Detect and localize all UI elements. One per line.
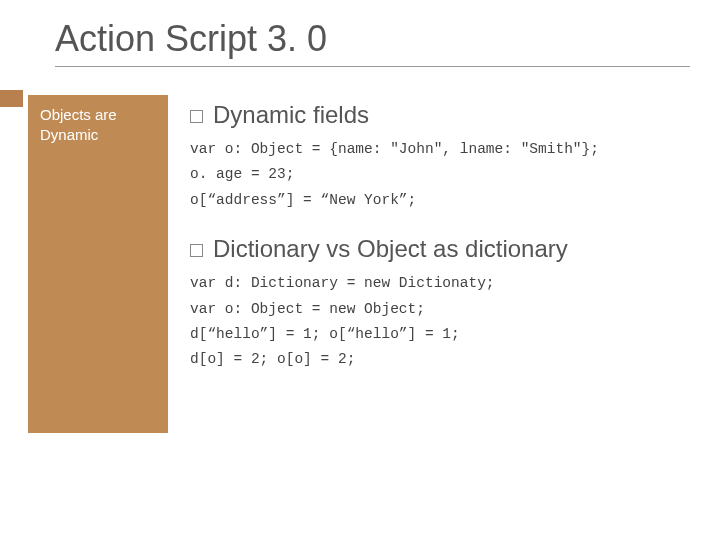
bullet-item: Dynamic fields	[190, 101, 690, 129]
accent-bar	[0, 90, 23, 107]
bullet-heading: Dynamic fields	[213, 101, 369, 129]
sidebar-line: Dynamic	[40, 125, 158, 145]
page-title: Action Script 3. 0	[55, 18, 690, 60]
square-bullet-icon	[190, 244, 203, 257]
content: Dynamic fields var o: Object = {name: "J…	[190, 95, 690, 395]
code-block: var d: Dictionary = new Dictionaty; var …	[190, 271, 690, 373]
body: Objects are Dynamic Dynamic fields var o…	[55, 95, 690, 433]
slide: Action Script 3. 0 Objects are Dynamic D…	[0, 0, 720, 540]
bullet-item: Dictionary vs Object as dictionary	[190, 235, 690, 263]
square-bullet-icon	[190, 110, 203, 123]
bullet-heading: Dictionary vs Object as dictionary	[213, 235, 568, 263]
sidebar: Objects are Dynamic	[28, 95, 168, 433]
title-underline	[55, 66, 690, 67]
code-block: var o: Object = {name: "John", lname: "S…	[190, 137, 690, 213]
sidebar-line: Objects are	[40, 105, 158, 125]
